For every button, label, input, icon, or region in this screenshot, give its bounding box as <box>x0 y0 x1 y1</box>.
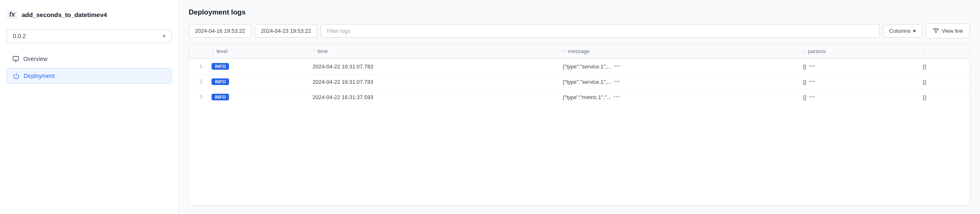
chevron-down-icon: ▾ <box>163 33 165 39</box>
view-live-button[interactable]: View live <box>926 23 970 39</box>
cell-params: {} ••• <box>797 90 917 105</box>
message-text: {"type":"service.1",... <box>563 63 611 70</box>
chevron-down-icon: ▾ <box>913 28 916 34</box>
grip-icon: ⠿ <box>313 49 315 54</box>
col-header-extra[interactable]: ⠿ <box>917 44 970 59</box>
params-ellipsis[interactable]: ••• <box>809 79 815 85</box>
date-start-input[interactable]: 2024-04-16 19:53:22 <box>189 24 251 38</box>
col-params-label: params <box>808 48 826 54</box>
power-icon <box>13 73 20 79</box>
cell-message: {"type":"metric.1","... ••• <box>557 90 797 105</box>
grip-icon: ⠿ <box>212 49 214 54</box>
col-header-level[interactable]: ⠿ level <box>206 44 307 59</box>
table-header-row: ⠿ level ⠿ time ⠿ message <box>189 44 970 59</box>
cell-time: 2024-04-22 16:31:07.783 <box>307 74 557 90</box>
level-badge: INFO <box>212 94 229 100</box>
section-title: Deployment logs <box>189 8 970 17</box>
extra-value: {} <box>923 63 926 70</box>
sidebar-item-deployment[interactable]: Deployment <box>7 68 172 84</box>
col-header-time[interactable]: ⠿ time <box>307 44 557 59</box>
row-number: 3 <box>189 90 206 105</box>
cell-time: 2024-04-22 16:31:07.783 <box>307 59 557 74</box>
params-ellipsis[interactable]: ••• <box>809 94 815 100</box>
message-ellipsis[interactable]: ••• <box>614 63 621 69</box>
col-time-label: time <box>318 48 328 54</box>
cell-message: {"type":"service.1",... ••• <box>557 59 797 74</box>
filter-logs-input[interactable]: Filter logs <box>320 24 879 38</box>
extra-value: {} <box>923 94 926 100</box>
col-header-message[interactable]: ⠿ message <box>557 44 797 59</box>
level-badge: INFO <box>212 78 229 85</box>
grip-icon: ⠿ <box>803 49 806 54</box>
logs-table: ⠿ level ⠿ time ⠿ message <box>189 44 970 105</box>
row-number: 1 <box>189 59 206 74</box>
function-name: add_seconds_to_datetimev4 <box>22 11 107 18</box>
view-live-label: View live <box>942 28 963 34</box>
cell-level: INFO <box>206 74 307 90</box>
columns-label: Columns <box>889 28 911 34</box>
table-row: 2 INFO 2024-04-22 16:31:07.783 {"type":"… <box>189 74 970 90</box>
cell-time: 2024-04-22 16:31:37.593 <box>307 90 557 105</box>
col-header-rownum <box>189 44 206 59</box>
svg-point-4 <box>936 32 936 33</box>
cell-params: {} ••• <box>797 59 917 74</box>
cell-level: INFO <box>206 59 307 74</box>
sidebar-item-overview[interactable]: Overview <box>7 51 172 66</box>
version-dropdown[interactable]: 0.0.2 ▾ <box>7 29 172 43</box>
table-row: 1 INFO 2024-04-22 16:31:07.783 {"type":"… <box>189 59 970 74</box>
message-ellipsis[interactable]: ••• <box>614 79 621 85</box>
cell-extra: {} <box>917 59 970 74</box>
grip-icon: ⠿ <box>923 49 926 54</box>
function-header: fx add_seconds_to_datetimev4 <box>7 10 172 24</box>
params-value: {} <box>803 94 807 100</box>
params-value: {} <box>803 79 807 85</box>
logs-table-container: ⠿ level ⠿ time ⠿ message <box>189 44 970 206</box>
columns-button[interactable]: Columns ▾ <box>883 24 922 38</box>
cell-params: {} ••• <box>797 74 917 90</box>
level-badge: INFO <box>212 63 229 70</box>
main-content: Deployment logs 2024-04-16 19:53:22 2024… <box>179 0 980 214</box>
cell-extra: {} <box>917 74 970 90</box>
grip-icon: ⠿ <box>563 49 566 54</box>
toolbar: 2024-04-16 19:53:22 2024-04-23 19:53:22 … <box>189 23 970 39</box>
col-message-label: message <box>568 48 590 54</box>
wifi-icon <box>933 27 939 35</box>
sidebar: fx add_seconds_to_datetimev4 0.0.2 ▾ Ove… <box>0 0 179 214</box>
message-ellipsis[interactable]: ••• <box>613 94 620 100</box>
sidebar-item-overview-label: Overview <box>23 56 47 62</box>
sidebar-nav: Overview Deployment <box>7 51 172 84</box>
col-header-params[interactable]: ⠿ params <box>797 44 917 59</box>
message-text: {"type":"metric.1","... <box>563 94 611 100</box>
sidebar-item-deployment-label: Deployment <box>24 73 55 79</box>
table-body: 1 INFO 2024-04-22 16:31:07.783 {"type":"… <box>189 59 970 105</box>
cell-extra: {} <box>917 90 970 105</box>
row-number: 2 <box>189 74 206 90</box>
params-value: {} <box>803 63 807 70</box>
svg-rect-0 <box>13 56 18 60</box>
table-row: 3 INFO 2024-04-22 16:31:37.593 {"type":"… <box>189 90 970 105</box>
date-end-input[interactable]: 2024-04-23 19:53:22 <box>255 24 318 38</box>
params-ellipsis[interactable]: ••• <box>809 63 815 69</box>
cell-message: {"type":"service.1",... ••• <box>557 74 797 90</box>
version-value: 0.0.2 <box>13 33 26 39</box>
extra-value: {} <box>923 79 926 85</box>
message-text: {"type":"service.1",... <box>563 79 611 85</box>
cell-level: INFO <box>206 90 307 105</box>
monitor-icon <box>12 56 19 62</box>
col-level-label: level <box>217 48 228 54</box>
fx-icon: fx <box>7 10 17 19</box>
